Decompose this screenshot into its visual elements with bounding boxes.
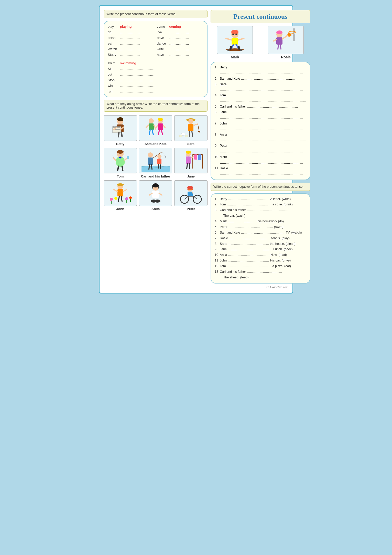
verbs-extra: swim swimming Sit …………………………… cut ………………… (108, 60, 203, 95)
page-title: Present continuous (233, 13, 287, 20)
svg-line-120 (238, 38, 244, 40)
svg-point-112 (227, 49, 230, 51)
verbs-right: come coming live ……………… drive ……………… d (157, 24, 203, 58)
svg-point-123 (230, 46, 232, 48)
pic-jane-image (174, 148, 208, 173)
svg-rect-118 (232, 38, 238, 45)
pic-anita-image (139, 180, 172, 206)
verb-row-sit: Sit …………………………… (108, 66, 203, 72)
svg-point-12 (149, 118, 154, 123)
svg-line-142 (278, 45, 278, 49)
svg-rect-88 (158, 186, 159, 189)
svg-rect-60 (186, 156, 191, 164)
svg-rect-107 (187, 189, 193, 190)
verb-row-do: do ……………… (108, 29, 154, 35)
svg-rect-116 (232, 34, 234, 35)
svg-line-21 (163, 125, 165, 128)
pic-tom-label: Tom (117, 174, 124, 178)
svg-point-11 (117, 117, 123, 121)
svg-line-14 (146, 125, 149, 128)
svg-line-82 (114, 190, 117, 192)
verbs-left: play playing do ……………… finish ……………… e (108, 24, 154, 58)
svg-point-55 (157, 154, 161, 159)
pic-tom: Tom (104, 148, 137, 178)
pic-jane-label: Jane (187, 174, 195, 178)
sent-11: 11 Rosie …………………………………………………………………… (215, 166, 306, 177)
pic-carl-father: Carl and his father (139, 148, 172, 178)
svg-rect-19 (158, 123, 163, 130)
svg-line-20 (155, 125, 158, 129)
verb-row-win: win …………………………… (108, 83, 203, 89)
svg-rect-49 (148, 158, 153, 165)
verb-row-stop: Stop …………………………… (108, 77, 203, 83)
instruction-3-text: Write the correct negative form of the p… (213, 185, 303, 189)
svg-line-23 (161, 130, 162, 135)
pic-peter-image (174, 180, 208, 206)
pic-jane: Jane (174, 148, 208, 178)
svg-rect-108 (188, 190, 193, 190)
sent-2: 2 Sam and Kate ……………………………………………… (215, 76, 306, 82)
left-column: Write the present continuous form of the… (104, 10, 208, 284)
verb-row-dance: dance ……………… (157, 41, 203, 46)
pic-sam-kate: Sam and Kate (139, 115, 172, 146)
svg-point-32 (181, 133, 185, 135)
svg-line-22 (158, 130, 159, 135)
char-rosie: Rosie (262, 26, 310, 59)
sent-7: 7 John …………………………………………………………………… (215, 121, 306, 132)
verbs-grid: play playing do ……………… finish ……………… e (108, 24, 203, 58)
svg-rect-89 (152, 191, 159, 198)
neg-13b: The sheep. (feed) (215, 275, 306, 280)
svg-point-34 (185, 135, 188, 137)
pic-sam-kate-image (139, 115, 172, 141)
verb-row-play: play playing (108, 24, 154, 29)
right-column: Present continuous (211, 10, 310, 284)
sent-8: 8 Anita ……………………………………………………………………… (215, 132, 306, 143)
svg-rect-71 (117, 189, 123, 196)
sent-9: 9 Peter …………………………………………………………………… (215, 143, 306, 154)
svg-line-57 (158, 164, 159, 169)
pic-betty-image: BUSINESS (104, 115, 137, 141)
svg-line-58 (160, 164, 161, 169)
svg-line-83 (123, 190, 127, 192)
svg-line-29 (198, 124, 199, 132)
svg-point-33 (179, 135, 182, 137)
neg-10: 10 Anita ………………………………… Now. (read) (215, 252, 306, 258)
neg-7: 7 Rosie ………………………………… tennis. (play) (215, 236, 306, 241)
sent-5: 5 Carl and his father ………………………………………… (215, 104, 306, 110)
neg-3b: The car. (wash) (215, 213, 306, 219)
svg-point-113 (240, 49, 242, 51)
verb-row-finish: finish ……………… (108, 35, 154, 41)
svg-rect-13 (149, 123, 154, 130)
svg-point-76 (125, 197, 128, 200)
pic-sara-image (174, 115, 208, 141)
verb-row-live: live ……………… (157, 29, 203, 35)
svg-line-28 (193, 124, 198, 125)
svg-rect-81 (118, 184, 122, 185)
characters-row: Mark (211, 26, 310, 59)
svg-line-44 (118, 166, 118, 170)
svg-point-126 (238, 48, 241, 50)
negative-box: 1 Betty ………………………………… A letter. (write) … (211, 193, 310, 284)
svg-point-46 (117, 150, 124, 154)
instruction-2-box: What are they doing now? Write the corre… (104, 100, 208, 112)
pic-peter-label: Peter (187, 207, 195, 211)
svg-line-53 (149, 165, 149, 169)
svg-point-69 (186, 151, 191, 154)
pic-john-label: John (116, 207, 124, 211)
svg-line-93 (159, 193, 162, 195)
neg-1: 1 Betty ………………………………… A letter. (write) (215, 196, 306, 202)
pic-sara-label: Sara (187, 142, 194, 146)
neg-13: 13 Carl and his father …………………………… (215, 269, 306, 275)
svg-point-26 (188, 119, 193, 124)
svg-point-138 (276, 30, 282, 34)
svg-line-85 (121, 196, 122, 201)
svg-point-78 (129, 196, 132, 199)
svg-line-9 (118, 132, 119, 137)
verb-row-eat: eat ……………… (108, 41, 154, 46)
svg-line-68 (189, 164, 190, 169)
svg-point-94 (153, 183, 159, 187)
svg-rect-47 (141, 166, 170, 172)
pic-anita: Anita (139, 180, 172, 211)
neg-11: 11 John ………………………………… His car. (drive) (215, 258, 306, 264)
pic-betty-label: Betty (116, 142, 125, 146)
